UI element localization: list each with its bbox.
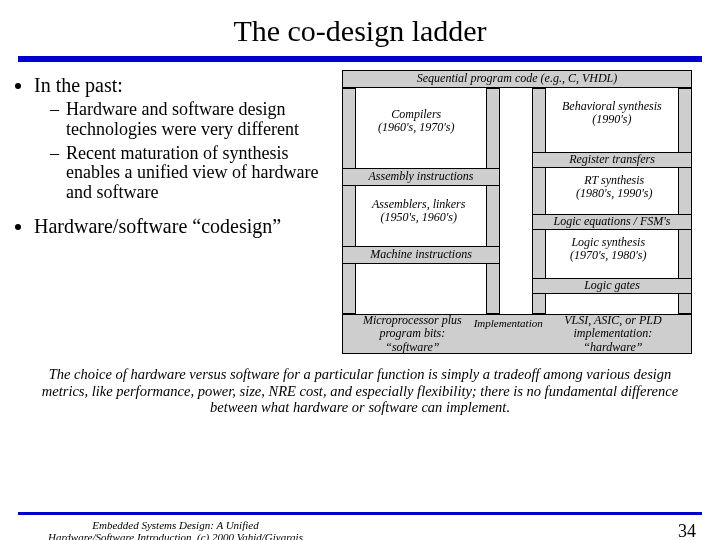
box-gates-text: Logic gates xyxy=(584,279,640,292)
label-beh: Behavioral synthesis (1990's) xyxy=(562,100,662,126)
impl-left: Microprocessor plus program bits: “softw… xyxy=(351,314,474,354)
footer-page-number: 34 xyxy=(678,521,696,540)
bullet-past-sub1: Hardware and software design technologie… xyxy=(52,100,336,140)
slide-body: In the past: Hardware and software desig… xyxy=(0,70,720,360)
ladder-top-text: Sequential program code (e.g., C, VHDL) xyxy=(417,72,618,85)
bullet-past-sub2: Recent maturation of synthesis enables a… xyxy=(52,144,336,203)
label-logsyn-sub: (1970's, 1980's) xyxy=(570,249,646,262)
ladder-diagram: Sequential program code (e.g., C, VHDL) … xyxy=(342,70,706,360)
label-rtsyn: RT synthesis (1980's, 1990's) xyxy=(576,174,652,200)
box-logeq: Logic equations / FSM's xyxy=(532,214,692,230)
slide: The co-design ladder In the past: Hardwa… xyxy=(0,14,720,540)
box-regxfer-text: Register transfers xyxy=(569,153,655,166)
footer-rule xyxy=(18,512,702,515)
box-assembly-text: Assembly instructions xyxy=(369,170,474,183)
footer-attr: Hardware/Software Introduction, (c) 2000… xyxy=(48,531,303,540)
label-compilers: Compilers (1960's, 1970's) xyxy=(378,108,454,134)
box-logeq-text: Logic equations / FSM's xyxy=(554,215,671,228)
box-gates: Logic gates xyxy=(532,278,692,294)
impl-right: VLSI, ASIC, or PLD implementation: “hard… xyxy=(543,314,683,354)
footer-book: Embedded Systems Design: A Unified xyxy=(48,519,303,532)
footer-attribution: Embedded Systems Design: A Unified Hardw… xyxy=(48,519,303,540)
label-rtsyn-sub: (1980's, 1990's) xyxy=(576,187,652,200)
label-logsyn: Logic synthesis (1970's, 1980's) xyxy=(570,236,646,262)
footer-row: Embedded Systems Design: A Unified Hardw… xyxy=(0,519,720,540)
ladder-top: Sequential program code (e.g., C, VHDL) xyxy=(342,70,692,88)
bullet-column: In the past: Hardware and software desig… xyxy=(14,70,336,360)
box-impl: Microprocessor plus program bits: “softw… xyxy=(342,314,692,354)
box-machine-text: Machine instructions xyxy=(370,248,472,261)
bullet-past: In the past: Hardware and software desig… xyxy=(34,74,336,203)
box-regxfer: Register transfers xyxy=(532,152,692,168)
label-assemblers-sub: (1950's, 1960's) xyxy=(372,211,465,224)
bullet-past-text: In the past: xyxy=(34,74,123,96)
label-assemblers: Assemblers, linkers (1950's, 1960's) xyxy=(372,198,465,224)
box-assembly: Assembly instructions xyxy=(342,168,500,186)
label-compilers-sub: (1960's, 1970's) xyxy=(378,121,454,134)
slide-title: The co-design ladder xyxy=(0,14,720,48)
left-pillar xyxy=(342,88,356,314)
slide-footer: Embedded Systems Design: A Unified Hardw… xyxy=(0,512,720,540)
bullet-codesign: Hardware/software “codesign” xyxy=(34,215,336,237)
impl-left-2: program bits: “software” xyxy=(351,327,474,353)
label-beh-sub: (1990's) xyxy=(562,113,662,126)
impl-center-label: Implementation xyxy=(474,317,543,329)
left-pillar-2 xyxy=(486,88,500,314)
impl-right-2: implementation: “hardware” xyxy=(543,327,683,353)
slide-caption: The choice of hardware versus software f… xyxy=(0,360,720,416)
box-machine: Machine instructions xyxy=(342,246,500,264)
title-rule xyxy=(18,56,702,62)
